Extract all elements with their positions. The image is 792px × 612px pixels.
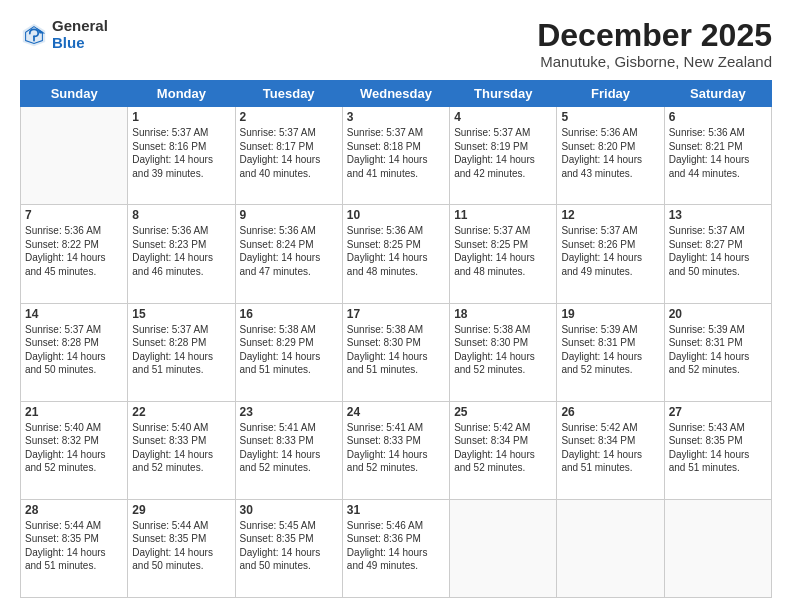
logo-blue: Blue	[52, 35, 108, 52]
calendar-cell: 9Sunrise: 5:36 AM Sunset: 8:24 PM Daylig…	[235, 205, 342, 303]
calendar-header-friday: Friday	[557, 81, 664, 107]
day-number: 15	[132, 307, 230, 321]
day-number: 16	[240, 307, 338, 321]
calendar-cell: 23Sunrise: 5:41 AM Sunset: 8:33 PM Dayli…	[235, 401, 342, 499]
day-number: 2	[240, 110, 338, 124]
cell-content: Sunrise: 5:39 AM Sunset: 8:31 PM Dayligh…	[669, 323, 767, 377]
calendar-table: SundayMondayTuesdayWednesdayThursdayFrid…	[20, 80, 772, 598]
day-number: 12	[561, 208, 659, 222]
calendar-cell	[21, 107, 128, 205]
calendar-cell: 28Sunrise: 5:44 AM Sunset: 8:35 PM Dayli…	[21, 499, 128, 597]
calendar-cell: 21Sunrise: 5:40 AM Sunset: 8:32 PM Dayli…	[21, 401, 128, 499]
day-number: 25	[454, 405, 552, 419]
calendar-header-monday: Monday	[128, 81, 235, 107]
sub-title: Manutuke, Gisborne, New Zealand	[537, 53, 772, 70]
title-block: December 2025 Manutuke, Gisborne, New Ze…	[537, 18, 772, 70]
calendar-cell: 27Sunrise: 5:43 AM Sunset: 8:35 PM Dayli…	[664, 401, 771, 499]
logo-general: General	[52, 18, 108, 35]
calendar-cell: 2Sunrise: 5:37 AM Sunset: 8:17 PM Daylig…	[235, 107, 342, 205]
day-number: 28	[25, 503, 123, 517]
calendar-cell: 12Sunrise: 5:37 AM Sunset: 8:26 PM Dayli…	[557, 205, 664, 303]
cell-content: Sunrise: 5:38 AM Sunset: 8:30 PM Dayligh…	[454, 323, 552, 377]
calendar-week-3: 21Sunrise: 5:40 AM Sunset: 8:32 PM Dayli…	[21, 401, 772, 499]
cell-content: Sunrise: 5:37 AM Sunset: 8:27 PM Dayligh…	[669, 224, 767, 278]
calendar-cell: 13Sunrise: 5:37 AM Sunset: 8:27 PM Dayli…	[664, 205, 771, 303]
cell-content: Sunrise: 5:40 AM Sunset: 8:33 PM Dayligh…	[132, 421, 230, 475]
calendar-header-row: SundayMondayTuesdayWednesdayThursdayFrid…	[21, 81, 772, 107]
calendar-cell	[664, 499, 771, 597]
calendar-cell: 26Sunrise: 5:42 AM Sunset: 8:34 PM Dayli…	[557, 401, 664, 499]
calendar-week-1: 7Sunrise: 5:36 AM Sunset: 8:22 PM Daylig…	[21, 205, 772, 303]
day-number: 17	[347, 307, 445, 321]
day-number: 3	[347, 110, 445, 124]
logo-icon	[20, 21, 48, 49]
day-number: 31	[347, 503, 445, 517]
calendar-cell: 19Sunrise: 5:39 AM Sunset: 8:31 PM Dayli…	[557, 303, 664, 401]
cell-content: Sunrise: 5:36 AM Sunset: 8:20 PM Dayligh…	[561, 126, 659, 180]
cell-content: Sunrise: 5:46 AM Sunset: 8:36 PM Dayligh…	[347, 519, 445, 573]
day-number: 5	[561, 110, 659, 124]
cell-content: Sunrise: 5:45 AM Sunset: 8:35 PM Dayligh…	[240, 519, 338, 573]
calendar-header-wednesday: Wednesday	[342, 81, 449, 107]
day-number: 13	[669, 208, 767, 222]
cell-content: Sunrise: 5:36 AM Sunset: 8:23 PM Dayligh…	[132, 224, 230, 278]
calendar-cell: 8Sunrise: 5:36 AM Sunset: 8:23 PM Daylig…	[128, 205, 235, 303]
calendar-cell: 17Sunrise: 5:38 AM Sunset: 8:30 PM Dayli…	[342, 303, 449, 401]
day-number: 30	[240, 503, 338, 517]
day-number: 21	[25, 405, 123, 419]
cell-content: Sunrise: 5:42 AM Sunset: 8:34 PM Dayligh…	[454, 421, 552, 475]
calendar-cell: 25Sunrise: 5:42 AM Sunset: 8:34 PM Dayli…	[450, 401, 557, 499]
day-number: 29	[132, 503, 230, 517]
main-title: December 2025	[537, 18, 772, 53]
cell-content: Sunrise: 5:44 AM Sunset: 8:35 PM Dayligh…	[132, 519, 230, 573]
day-number: 27	[669, 405, 767, 419]
page: General Blue December 2025 Manutuke, Gis…	[0, 0, 792, 612]
day-number: 23	[240, 405, 338, 419]
cell-content: Sunrise: 5:37 AM Sunset: 8:28 PM Dayligh…	[132, 323, 230, 377]
cell-content: Sunrise: 5:37 AM Sunset: 8:18 PM Dayligh…	[347, 126, 445, 180]
calendar-cell: 6Sunrise: 5:36 AM Sunset: 8:21 PM Daylig…	[664, 107, 771, 205]
day-number: 4	[454, 110, 552, 124]
calendar-cell	[450, 499, 557, 597]
logo: General Blue	[20, 18, 108, 51]
cell-content: Sunrise: 5:39 AM Sunset: 8:31 PM Dayligh…	[561, 323, 659, 377]
calendar-cell: 31Sunrise: 5:46 AM Sunset: 8:36 PM Dayli…	[342, 499, 449, 597]
cell-content: Sunrise: 5:37 AM Sunset: 8:19 PM Dayligh…	[454, 126, 552, 180]
calendar-cell: 3Sunrise: 5:37 AM Sunset: 8:18 PM Daylig…	[342, 107, 449, 205]
day-number: 14	[25, 307, 123, 321]
calendar-header-saturday: Saturday	[664, 81, 771, 107]
cell-content: Sunrise: 5:41 AM Sunset: 8:33 PM Dayligh…	[347, 421, 445, 475]
day-number: 19	[561, 307, 659, 321]
calendar-cell: 24Sunrise: 5:41 AM Sunset: 8:33 PM Dayli…	[342, 401, 449, 499]
cell-content: Sunrise: 5:44 AM Sunset: 8:35 PM Dayligh…	[25, 519, 123, 573]
calendar-header-tuesday: Tuesday	[235, 81, 342, 107]
cell-content: Sunrise: 5:42 AM Sunset: 8:34 PM Dayligh…	[561, 421, 659, 475]
header: General Blue December 2025 Manutuke, Gis…	[20, 18, 772, 70]
cell-content: Sunrise: 5:43 AM Sunset: 8:35 PM Dayligh…	[669, 421, 767, 475]
day-number: 20	[669, 307, 767, 321]
calendar-cell: 1Sunrise: 5:37 AM Sunset: 8:16 PM Daylig…	[128, 107, 235, 205]
calendar-cell: 15Sunrise: 5:37 AM Sunset: 8:28 PM Dayli…	[128, 303, 235, 401]
calendar-cell	[557, 499, 664, 597]
day-number: 10	[347, 208, 445, 222]
calendar-week-0: 1Sunrise: 5:37 AM Sunset: 8:16 PM Daylig…	[21, 107, 772, 205]
cell-content: Sunrise: 5:38 AM Sunset: 8:29 PM Dayligh…	[240, 323, 338, 377]
calendar-cell: 22Sunrise: 5:40 AM Sunset: 8:33 PM Dayli…	[128, 401, 235, 499]
calendar-week-2: 14Sunrise: 5:37 AM Sunset: 8:28 PM Dayli…	[21, 303, 772, 401]
cell-content: Sunrise: 5:36 AM Sunset: 8:22 PM Dayligh…	[25, 224, 123, 278]
cell-content: Sunrise: 5:37 AM Sunset: 8:25 PM Dayligh…	[454, 224, 552, 278]
cell-content: Sunrise: 5:36 AM Sunset: 8:21 PM Dayligh…	[669, 126, 767, 180]
logo-text: General Blue	[52, 18, 108, 51]
day-number: 26	[561, 405, 659, 419]
cell-content: Sunrise: 5:40 AM Sunset: 8:32 PM Dayligh…	[25, 421, 123, 475]
day-number: 11	[454, 208, 552, 222]
calendar-cell: 14Sunrise: 5:37 AM Sunset: 8:28 PM Dayli…	[21, 303, 128, 401]
calendar-cell: 29Sunrise: 5:44 AM Sunset: 8:35 PM Dayli…	[128, 499, 235, 597]
calendar-cell: 10Sunrise: 5:36 AM Sunset: 8:25 PM Dayli…	[342, 205, 449, 303]
cell-content: Sunrise: 5:38 AM Sunset: 8:30 PM Dayligh…	[347, 323, 445, 377]
cell-content: Sunrise: 5:36 AM Sunset: 8:24 PM Dayligh…	[240, 224, 338, 278]
day-number: 24	[347, 405, 445, 419]
calendar-cell: 7Sunrise: 5:36 AM Sunset: 8:22 PM Daylig…	[21, 205, 128, 303]
calendar-cell: 11Sunrise: 5:37 AM Sunset: 8:25 PM Dayli…	[450, 205, 557, 303]
day-number: 6	[669, 110, 767, 124]
